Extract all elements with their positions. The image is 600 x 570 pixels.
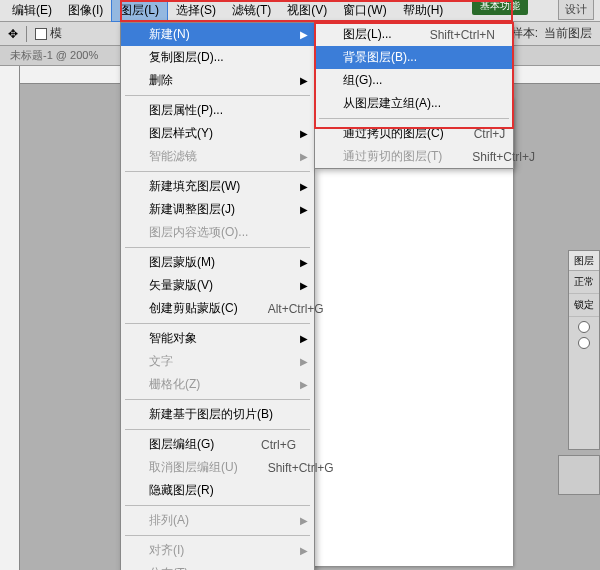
- top-feature-button[interactable]: 基本功能: [472, 0, 528, 15]
- menu-item-label: 通过拷贝的图层(C): [343, 125, 444, 142]
- toolbar-checkbox[interactable]: [35, 28, 47, 40]
- ruler-vertical: [0, 66, 20, 570]
- panel-bottom: [558, 455, 600, 495]
- layer-menu-item[interactable]: 新建(N)▶: [121, 23, 314, 46]
- layer-menu-item[interactable]: 图层属性(P)...: [121, 99, 314, 122]
- layer-menu-item: 栅格化(Z)▶: [121, 373, 314, 396]
- menu-item-label: 排列(A): [149, 512, 189, 529]
- submenu-arrow-icon: ▶: [300, 29, 308, 40]
- submenu-arrow-icon: ▶: [300, 379, 308, 390]
- layer-menu-item[interactable]: 图层样式(Y)▶: [121, 122, 314, 145]
- menu-shortcut: Ctrl+G: [261, 438, 296, 452]
- menu-item-label: 文字: [149, 353, 173, 370]
- menu-shortcut: Shift+Ctrl+G: [268, 461, 334, 475]
- menu-select[interactable]: 选择(S): [168, 0, 224, 21]
- menu-separator: [125, 247, 310, 248]
- menu-item-label: 背景图层(B)...: [343, 49, 417, 66]
- design-tab[interactable]: 设计: [558, 0, 594, 20]
- menu-item-label: 隐藏图层(R): [149, 482, 214, 499]
- menu-view[interactable]: 视图(V): [279, 0, 335, 21]
- menu-item-label: 创建剪贴蒙版(C): [149, 300, 238, 317]
- visibility-eye-icon[interactable]: [578, 321, 590, 333]
- toolbar-sample-label: 样本:: [511, 25, 538, 42]
- layer-menu-item[interactable]: 新建填充图层(W)▶: [121, 175, 314, 198]
- submenu-arrow-icon: ▶: [300, 151, 308, 162]
- layer-menu-item[interactable]: 删除▶: [121, 69, 314, 92]
- menu-window[interactable]: 窗口(W): [335, 0, 394, 21]
- menu-item-label: 复制图层(D)...: [149, 49, 224, 66]
- layer-menu-item[interactable]: 图层编组(G)Ctrl+G: [121, 433, 314, 456]
- layer-menu-item[interactable]: 创建剪贴蒙版(C)Alt+Ctrl+G: [121, 297, 314, 320]
- menu-separator: [125, 505, 310, 506]
- new-submenu-item[interactable]: 背景图层(B)...: [315, 46, 513, 69]
- layer-menu-item[interactable]: 新建基于图层的切片(B): [121, 403, 314, 426]
- layer-menu-item[interactable]: 矢量蒙版(V)▶: [121, 274, 314, 297]
- menu-item-label: 图层样式(Y): [149, 125, 213, 142]
- new-submenu-item[interactable]: 通过拷贝的图层(C)Ctrl+J: [315, 122, 513, 145]
- panel-lock[interactable]: 锁定: [569, 294, 599, 317]
- layer-menu-dropdown: 新建(N)▶复制图层(D)...删除▶图层属性(P)...图层样式(Y)▶智能滤…: [120, 22, 315, 570]
- menu-separator: [319, 118, 509, 119]
- menu-item-label: 分布(T): [149, 565, 188, 570]
- toolbar-sample-value[interactable]: 当前图层: [544, 25, 592, 42]
- submenu-arrow-icon: ▶: [300, 181, 308, 192]
- submenu-arrow-icon: ▶: [300, 257, 308, 268]
- layer-menu-item[interactable]: 智能对象▶: [121, 327, 314, 350]
- menu-edit[interactable]: 编辑(E): [4, 0, 60, 21]
- layer-menu-item: 取消图层编组(U)Shift+Ctrl+G: [121, 456, 314, 479]
- menu-item-label: 新建(N): [149, 26, 190, 43]
- new-submenu-item[interactable]: 组(G)...: [315, 69, 513, 92]
- new-submenu-item[interactable]: 图层(L)...Shift+Ctrl+N: [315, 23, 513, 46]
- submenu-arrow-icon: ▶: [300, 515, 308, 526]
- layer-menu-item[interactable]: 复制图层(D)...: [121, 46, 314, 69]
- menu-item-label: 组(G)...: [343, 72, 382, 89]
- menu-image[interactable]: 图像(I): [60, 0, 111, 21]
- menu-shortcut: Ctrl+J: [474, 127, 506, 141]
- layer-menu-item[interactable]: 图层蒙版(M)▶: [121, 251, 314, 274]
- new-submenu-dropdown: 图层(L)...Shift+Ctrl+N背景图层(B)...组(G)...从图层…: [314, 22, 514, 169]
- menu-help[interactable]: 帮助(H): [395, 0, 452, 21]
- menu-item-label: 从图层建立组(A)...: [343, 95, 441, 112]
- submenu-arrow-icon: ▶: [300, 356, 308, 367]
- menu-filter[interactable]: 滤镜(T): [224, 0, 279, 21]
- submenu-arrow-icon: ▶: [300, 280, 308, 291]
- layer-menu-item: 智能滤镜▶: [121, 145, 314, 168]
- panel-tab[interactable]: 图层: [569, 251, 599, 271]
- menu-separator: [125, 171, 310, 172]
- layer-menu-item: 文字▶: [121, 350, 314, 373]
- submenu-arrow-icon: ▶: [300, 333, 308, 344]
- menu-separator: [125, 95, 310, 96]
- submenu-arrow-icon: ▶: [300, 204, 308, 215]
- layer-menu-item[interactable]: 隐藏图层(R): [121, 479, 314, 502]
- tool-icon[interactable]: ✥: [8, 27, 18, 41]
- menu-shortcut: Shift+Ctrl+N: [430, 28, 495, 42]
- menu-item-label: 智能滤镜: [149, 148, 197, 165]
- layer-menu-item[interactable]: 新建调整图层(J)▶: [121, 198, 314, 221]
- submenu-arrow-icon: ▶: [300, 75, 308, 86]
- menu-item-label: 新建填充图层(W): [149, 178, 240, 195]
- new-submenu-item[interactable]: 从图层建立组(A)...: [315, 92, 513, 115]
- submenu-arrow-icon: ▶: [300, 128, 308, 139]
- layer-menu-item: 图层内容选项(O)...: [121, 221, 314, 244]
- submenu-arrow-icon: ▶: [300, 545, 308, 556]
- menu-item-label: 图层属性(P)...: [149, 102, 223, 119]
- layers-panel[interactable]: 图层 正常 锁定: [568, 250, 600, 450]
- layer-menu-item: 分布(T)▶: [121, 562, 314, 570]
- menu-separator: [125, 429, 310, 430]
- menu-separator: [125, 535, 310, 536]
- menu-item-label: 图层内容选项(O)...: [149, 224, 248, 241]
- menu-item-label: 图层(L)...: [343, 26, 392, 43]
- menu-item-label: 栅格化(Z): [149, 376, 200, 393]
- menu-layer[interactable]: 图层(L): [111, 0, 168, 22]
- visibility-eye-icon[interactable]: [578, 337, 590, 349]
- toolbar-mode-label: 模: [50, 25, 62, 42]
- panel-blend-mode[interactable]: 正常: [569, 271, 599, 294]
- menu-item-label: 图层编组(G): [149, 436, 214, 453]
- menu-item-label: 删除: [149, 72, 173, 89]
- menu-separator: [125, 399, 310, 400]
- layer-menu-item: 对齐(I)▶: [121, 539, 314, 562]
- menu-shortcut: Alt+Ctrl+G: [268, 302, 324, 316]
- menu-item-label: 通过剪切的图层(T): [343, 148, 442, 165]
- menu-separator: [125, 323, 310, 324]
- menu-shortcut: Shift+Ctrl+J: [472, 150, 535, 164]
